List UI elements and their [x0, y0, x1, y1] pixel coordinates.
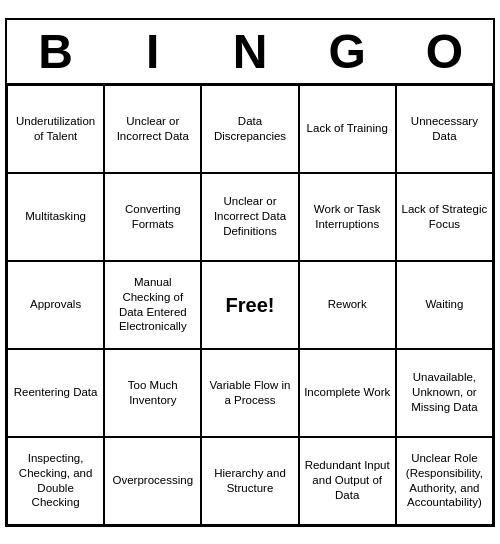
bingo-card: B I N G O Underutilization of TalentUncl… — [5, 18, 495, 527]
letter-i: I — [104, 24, 201, 79]
letter-g: G — [299, 24, 396, 79]
letter-n: N — [201, 24, 298, 79]
bingo-cell-r2c2[interactable]: Free! — [201, 261, 298, 349]
bingo-cell-r4c2[interactable]: Hierarchy and Structure — [201, 437, 298, 525]
bingo-cell-r1c4[interactable]: Lack of Strategic Focus — [396, 173, 493, 261]
bingo-cell-r1c0[interactable]: Multitasking — [7, 173, 104, 261]
letter-b: B — [7, 24, 104, 79]
bingo-cell-r4c3[interactable]: Redundant Input and Output of Data — [299, 437, 396, 525]
bingo-cell-r0c1[interactable]: Unclear or Incorrect Data — [104, 85, 201, 173]
bingo-cell-r0c2[interactable]: Data Discrepancies — [201, 85, 298, 173]
bingo-cell-r2c0[interactable]: Approvals — [7, 261, 104, 349]
bingo-grid: Underutilization of TalentUnclear or Inc… — [7, 85, 493, 525]
bingo-cell-r1c1[interactable]: Converting Formats — [104, 173, 201, 261]
bingo-cell-r0c3[interactable]: Lack of Training — [299, 85, 396, 173]
bingo-cell-r0c4[interactable]: Unnecessary Data — [396, 85, 493, 173]
bingo-cell-r1c3[interactable]: Work or Task Interruptions — [299, 173, 396, 261]
bingo-cell-r2c3[interactable]: Rework — [299, 261, 396, 349]
bingo-cell-r3c2[interactable]: Variable Flow in a Process — [201, 349, 298, 437]
bingo-cell-r3c1[interactable]: Too Much Inventory — [104, 349, 201, 437]
letter-o: O — [396, 24, 493, 79]
bingo-cell-r3c0[interactable]: Reentering Data — [7, 349, 104, 437]
bingo-cell-r4c4[interactable]: Unclear Role (Responsibility, Authority,… — [396, 437, 493, 525]
bingo-cell-r2c4[interactable]: Waiting — [396, 261, 493, 349]
bingo-cell-r2c1[interactable]: Manual Checking of Data Entered Electron… — [104, 261, 201, 349]
bingo-cell-r0c0[interactable]: Underutilization of Talent — [7, 85, 104, 173]
bingo-header: B I N G O — [7, 20, 493, 85]
bingo-cell-r1c2[interactable]: Unclear or Incorrect Data Definitions — [201, 173, 298, 261]
bingo-cell-r4c1[interactable]: Overprocessing — [104, 437, 201, 525]
bingo-cell-r3c3[interactable]: Incomplete Work — [299, 349, 396, 437]
bingo-cell-r3c4[interactable]: Unavailable, Unknown, or Missing Data — [396, 349, 493, 437]
bingo-cell-r4c0[interactable]: Inspecting, Checking, and Double Checkin… — [7, 437, 104, 525]
